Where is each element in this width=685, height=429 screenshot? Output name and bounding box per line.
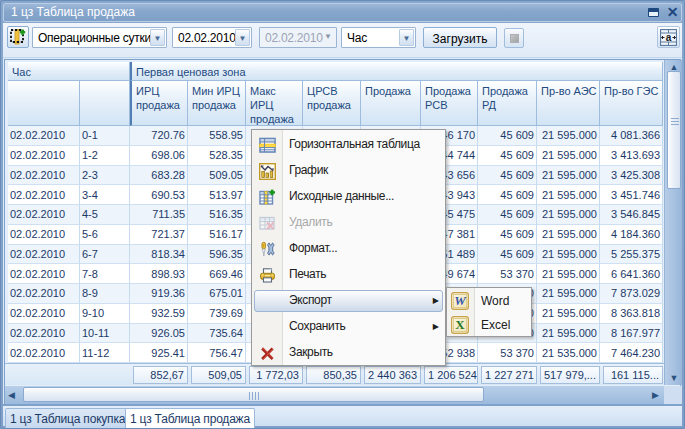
- svg-text:W: W: [454, 293, 467, 308]
- svg-text:a: a: [666, 32, 672, 43]
- svg-text:X: X: [455, 317, 465, 332]
